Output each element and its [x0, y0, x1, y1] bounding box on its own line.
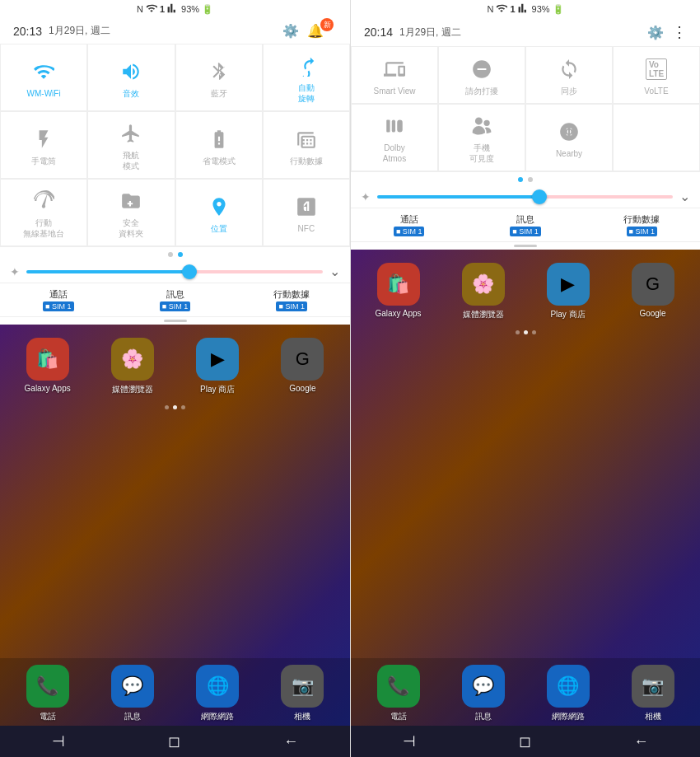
app-label-0: Galaxy Apps [375, 309, 421, 318]
app-item-1[interactable]: 🌸 媒體瀏覽器 [442, 263, 524, 320]
settings-icon[interactable]: ⚙️ [282, 23, 299, 39]
dock-label-3: 相機 [645, 711, 661, 722]
tile-smartview[interactable]: Smart View [351, 46, 438, 104]
tile-visibility[interactable]: 手機 可見度 [438, 104, 525, 171]
header-icons: ⚙️ 🔔新 [282, 23, 337, 39]
app-icon-2: ▶ [196, 338, 239, 381]
tile-nfc[interactable]: NFC [263, 179, 350, 246]
dock-item-3[interactable]: 📷 相機 [612, 665, 693, 722]
tile-flashlight[interactable]: 手電筒 [0, 111, 87, 179]
sim-row: 通話 ■ SIM 1 訊息 ■ SIM 1 行動數據 ■ SIM 1 [0, 283, 350, 317]
tile-dolby[interactable]: Dolby Atmos [351, 104, 438, 171]
tile-airplane[interactable]: 飛航 模式 [87, 111, 175, 179]
home-button[interactable]: ◻ [168, 732, 180, 750]
tile-volte[interactable]: VoLTEVoLTE [613, 46, 700, 104]
dock-item-2[interactable]: 🌐 網際網路 [177, 665, 259, 722]
wifi-icon [30, 58, 57, 85]
flashlight-label: 手電筒 [31, 156, 56, 166]
bluetooth-label: 藍牙 [211, 88, 227, 99]
app-item-3[interactable]: G Google [262, 338, 343, 395]
sim-item-1[interactable]: 訊息 ■ SIM 1 [117, 283, 234, 316]
sim-item-2[interactable]: 行動數據 ■ SIM 1 [584, 208, 700, 241]
notification-badge-area[interactable]: 🔔新 [307, 23, 337, 39]
tile-wifi[interactable]: WM-WiFi [0, 44, 87, 111]
back-button[interactable]: ← [283, 733, 298, 750]
date-display: 1月29日, 週二 [399, 26, 461, 40]
sim-item-2[interactable]: 行動數據 ■ SIM 1 [233, 283, 350, 316]
app-item-2[interactable]: ▶ Play 商店 [527, 263, 609, 320]
signal-icon [167, 2, 179, 16]
notification-badge: 新 [320, 18, 334, 31]
screen-right: N 1 93% 🔋 20:14 1月29日, 週二 ⚙️ ⋮ Smart Vie… [350, 0, 700, 757]
quick-tiles-grid: Smart View請勿打擾同步VoLTEVoLTEDolby Atmos手機 … [351, 46, 700, 172]
app-icon-2: ▶ [547, 263, 590, 306]
svg-rect-1 [392, 119, 395, 132]
dock-item-0[interactable]: 📞 電話 [357, 665, 439, 722]
back-button[interactable]: ← [634, 733, 649, 750]
app-label-0: Galaxy Apps [25, 384, 71, 393]
dock-label-0: 電話 [40, 711, 56, 722]
powersave-label: 省電模式 [203, 156, 236, 166]
home-button[interactable]: ◻ [519, 732, 531, 750]
dot-1[interactable] [528, 177, 533, 182]
screen-left: N 1 93% 🔋 20:13 1月29日, 週二 ⚙️ 🔔新 WM-WiFi音… [0, 0, 350, 757]
app-item-3[interactable]: G Google [612, 263, 693, 320]
brightness-slider[interactable] [26, 270, 323, 273]
dock-item-2[interactable]: 🌐 網際網路 [527, 665, 609, 722]
smartview-icon [381, 56, 408, 82]
dock-item-1[interactable]: 💬 訊息 [91, 665, 173, 722]
settings-icon[interactable]: ⚙️ [647, 25, 664, 40]
tile-sync[interactable]: 同步 [525, 46, 613, 104]
tile-dnd[interactable]: 請勿打擾 [438, 46, 525, 104]
dot-1[interactable] [178, 252, 183, 257]
tile-mobiledata[interactable]: 行動數據 [263, 111, 350, 179]
recent-apps-button[interactable]: ⊣ [403, 732, 416, 750]
app-item-2[interactable]: ▶ Play 商店 [177, 338, 259, 395]
dot-0[interactable] [518, 177, 523, 182]
dnd-icon [469, 56, 495, 82]
visibility-icon [469, 113, 495, 139]
brightness-row: ✦ ⌄ [0, 260, 350, 283]
sound-icon [118, 58, 144, 85]
sim-status-icon: 1 [510, 4, 515, 14]
dock-item-3[interactable]: 📷 相機 [262, 665, 343, 722]
tile-nearby[interactable]: Nearby [525, 104, 613, 171]
tile-mobilehotspot[interactable]: 行動 無線基地台 [0, 179, 87, 246]
sim-item-0[interactable]: 通話 ■ SIM 1 [351, 208, 467, 241]
handle-bar-line [164, 320, 187, 322]
app-item-0[interactable]: 🛍️ Galaxy Apps [7, 338, 88, 395]
status-bar: N 1 93% 🔋 [351, 0, 700, 18]
sim-status-icon: 1 [160, 4, 165, 14]
sim-item-1[interactable]: 訊息 ■ SIM 1 [467, 208, 583, 241]
tile-sound[interactable]: 音效 [87, 44, 175, 111]
tile-powersave[interactable]: 省電模式 [175, 111, 263, 179]
expand-icon[interactable]: ⌄ [679, 189, 690, 204]
sim-badge-1: ■ SIM 1 [160, 301, 190, 311]
tile-securefolder[interactable]: 安全 資料夾 [87, 179, 175, 246]
date-display: 1月29日, 週二 [49, 24, 110, 38]
dock-item-0[interactable]: 📞 電話 [7, 665, 88, 722]
more-options-icon[interactable]: ⋮ [672, 23, 687, 41]
dock-icon-3: 📷 [281, 665, 324, 708]
volte-label: VoLTE [644, 86, 668, 96]
app-label-1: 媒體瀏覽器 [463, 309, 504, 320]
wallpaper-dot-1 [524, 330, 528, 334]
drag-handle[interactable] [0, 317, 350, 325]
app-dock: 📞 電話 💬 訊息 🌐 網際網路 📷 相機 [0, 658, 350, 726]
sim-badge-1: ■ SIM 1 [510, 227, 540, 236]
expand-icon[interactable]: ⌄ [329, 264, 340, 279]
handle-bar-line [514, 245, 537, 247]
dock-item-1[interactable]: 💬 訊息 [442, 665, 524, 722]
sim-item-0[interactable]: 通話 ■ SIM 1 [0, 283, 117, 316]
tile-bluetooth[interactable]: 藍牙 [175, 44, 263, 111]
brightness-thumb [532, 189, 547, 204]
brightness-slider[interactable] [377, 195, 673, 199]
dot-0[interactable] [168, 252, 173, 257]
page-dots [0, 247, 350, 260]
recent-apps-button[interactable]: ⊣ [52, 732, 65, 750]
tile-autorotate[interactable]: 自動 旋轉 [263, 44, 350, 111]
app-item-0[interactable]: 🛍️ Galaxy Apps [357, 263, 439, 320]
tile-location[interactable]: 位置 [175, 179, 263, 246]
app-item-1[interactable]: 🌸 媒體瀏覽器 [91, 338, 173, 395]
drag-handle[interactable] [351, 242, 700, 250]
